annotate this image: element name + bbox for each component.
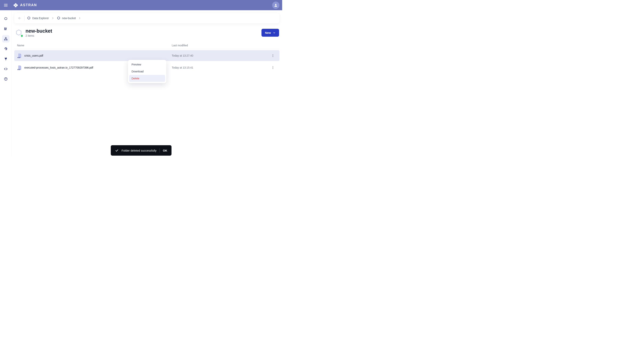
row-more-button[interactable]: [269, 66, 277, 69]
svg-point-11: [6, 80, 6, 80]
help-icon: [4, 77, 8, 81]
chevron-right-icon: [51, 17, 54, 20]
nav-integrations[interactable]: [2, 55, 10, 63]
svg-point-14: [273, 55, 273, 56]
toast-ok-button[interactable]: OK: [163, 149, 167, 152]
hamburger-icon: [4, 3, 8, 7]
nav-fingerprint[interactable]: [2, 45, 10, 52]
svg-point-13: [273, 54, 273, 55]
svg-point-18: [273, 68, 273, 69]
svg-rect-4: [4, 27, 5, 30]
library-icon: [4, 27, 8, 31]
user-avatar-button[interactable]: [272, 1, 280, 9]
toast-message: Folder deleted successfully: [122, 149, 156, 152]
sidebar: [0, 10, 12, 157]
nav-help[interactable]: [2, 75, 10, 83]
svg-rect-6: [6, 28, 6, 30]
table-row[interactable]: PDF crisis_users.pdf Today at 13:27:40: [14, 50, 280, 61]
breadcrumb-item-root[interactable]: Data Explorer: [27, 16, 49, 20]
ctx-delete[interactable]: Delete: [129, 75, 165, 82]
more-vertical-icon: [271, 54, 274, 57]
more-vertical-icon: [271, 66, 274, 69]
nav-data-explorer[interactable]: [2, 35, 10, 42]
breadcrumb-back-button[interactable]: [18, 16, 24, 21]
file-modified: Today at 13:27:40: [172, 54, 269, 57]
col-header-modified: Last modified: [172, 44, 269, 47]
menu-toggle-button[interactable]: [2, 1, 10, 9]
svg-point-3: [275, 4, 276, 5]
svg-point-16: [273, 66, 273, 67]
ctx-preview[interactable]: Preview: [129, 61, 165, 68]
brand-name: ASTRAN: [20, 3, 37, 7]
cube-icon: [4, 17, 8, 21]
context-menu: Preview Download Delete: [128, 60, 166, 83]
breadcrumb-label: Data Explorer: [32, 17, 49, 20]
arrow-left-icon: [18, 16, 22, 20]
svg-rect-9: [6, 39, 7, 40]
nav-developers[interactable]: [2, 65, 10, 73]
ctx-download[interactable]: Download: [129, 68, 165, 75]
topbar: ASTRAN: [0, 0, 282, 10]
bucket-icon: [15, 29, 23, 37]
cube-small-icon: [27, 16, 31, 20]
svg-rect-5: [5, 27, 6, 30]
col-header-name: Name: [17, 44, 172, 47]
svg-point-15: [273, 56, 273, 57]
file-modified: Today at 13:15:41: [172, 66, 269, 69]
breadcrumb-label: new-bucket: [62, 17, 76, 20]
plug-icon: [4, 57, 8, 61]
pdf-file-icon: PDF: [17, 65, 22, 70]
divider: [160, 148, 160, 153]
file-name: crisis_users.pdf: [24, 54, 43, 57]
new-button-label: New: [265, 31, 271, 34]
svg-point-17: [273, 67, 273, 68]
nav-home[interactable]: [2, 15, 10, 22]
check-icon: [115, 149, 118, 152]
chevron-down-icon: [273, 31, 276, 34]
svg-rect-7: [5, 37, 6, 38]
file-name: executed-processes_louis_astran.io_17277…: [24, 66, 93, 69]
toast: Folder deleted successfully OK: [110, 145, 171, 156]
page-subtitle: 2 items: [26, 34, 52, 37]
nav-library[interactable]: [2, 25, 10, 32]
svg-rect-8: [4, 39, 5, 40]
code-icon: [4, 67, 8, 71]
row-more-button[interactable]: [269, 54, 277, 57]
cube-small-icon: [57, 16, 60, 20]
network-icon: [4, 37, 8, 41]
chevron-right-icon: [78, 17, 81, 20]
table-header: Name Last modified: [14, 42, 280, 49]
page-title: new-bucket: [26, 28, 52, 34]
breadcrumb-item-current[interactable]: new-bucket: [57, 16, 76, 20]
brand-logo-icon: [13, 3, 18, 8]
fingerprint-icon: [4, 47, 8, 51]
pdf-file-icon: PDF: [17, 53, 22, 58]
brand: ASTRAN: [13, 3, 37, 8]
verified-shield-icon: [20, 34, 23, 37]
breadcrumb: Data Explorer new-bucket: [14, 13, 280, 23]
new-button[interactable]: New: [262, 29, 279, 37]
person-icon: [274, 3, 278, 7]
page-header: new-bucket 2 items New: [14, 28, 280, 37]
main-content: Data Explorer new-bucket new-bucket 2 it…: [12, 10, 282, 157]
